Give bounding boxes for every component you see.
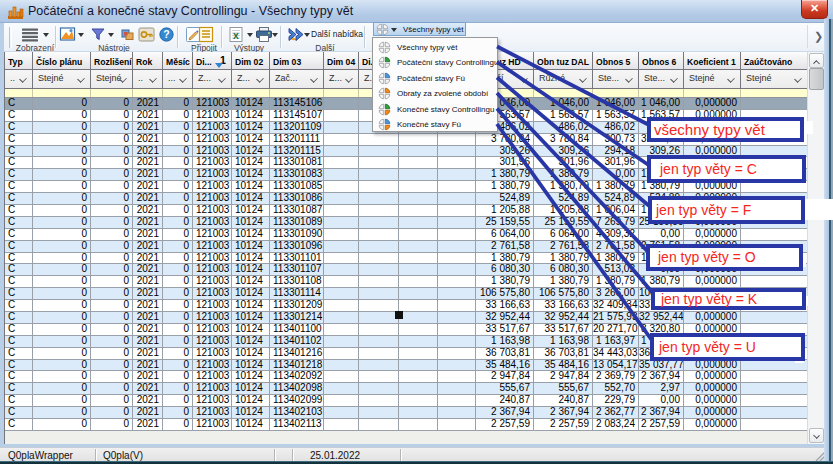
svg-text:x: x	[233, 29, 239, 41]
svg-text:?: ?	[163, 28, 169, 40]
